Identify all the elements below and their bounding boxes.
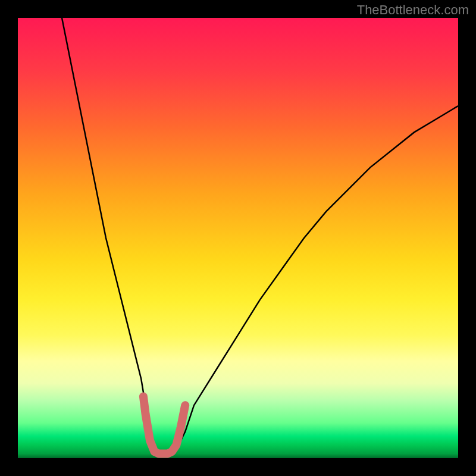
chart-container: TheBottleneck.com <box>0 0 476 476</box>
plot-area <box>18 18 458 458</box>
chart-svg <box>18 18 458 458</box>
bottleneck-curve <box>62 18 458 454</box>
optimal-zone-highlight <box>143 396 185 453</box>
watermark-text: TheBottleneck.com <box>357 2 469 18</box>
